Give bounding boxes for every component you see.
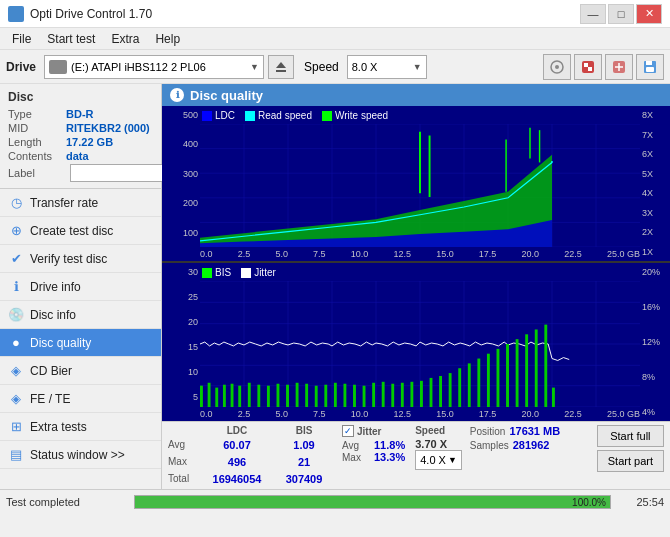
sidebar-item-extra-tests[interactable]: ⊞ Extra tests — [0, 413, 161, 441]
svg-point-3 — [555, 65, 559, 69]
toolbar-icon-2[interactable] — [574, 54, 602, 80]
svg-rect-78 — [449, 373, 452, 407]
speed-dropdown-arrow: ▼ — [413, 62, 422, 72]
ldc-max: 496 — [201, 454, 273, 470]
svg-rect-70 — [372, 383, 375, 407]
drive-selector[interactable]: (E:) ATAPI iHBS112 2 PL06 ▼ — [44, 55, 264, 79]
ldc-avg: 60.07 — [201, 437, 273, 453]
toolbar: Drive (E:) ATAPI iHBS112 2 PL06 ▼ Speed … — [0, 50, 670, 84]
svg-rect-57 — [248, 383, 251, 407]
position-label: Position — [470, 426, 506, 437]
minimize-button[interactable]: — — [580, 4, 606, 24]
start-full-button[interactable]: Start full — [597, 425, 664, 447]
bottom-chart-y-axis: 30 25 20 15 10 5 — [162, 263, 200, 421]
svg-rect-56 — [238, 386, 241, 407]
svg-rect-5 — [584, 63, 588, 67]
disc-type-row: Type BD-R — [8, 108, 153, 120]
start-part-button[interactable]: Start part — [597, 450, 664, 472]
progress-bar-fill — [135, 496, 610, 508]
svg-rect-64 — [315, 386, 318, 407]
svg-rect-66 — [334, 383, 337, 407]
svg-rect-69 — [363, 386, 366, 407]
svg-rect-62 — [296, 383, 299, 407]
svg-rect-81 — [477, 359, 480, 407]
maximize-button[interactable]: □ — [608, 4, 634, 24]
disc-info-panel: Disc Type BD-R MID RITEKBR2 (000) Length… — [0, 84, 161, 189]
sidebar-item-transfer-rate[interactable]: ◷ Transfer rate — [0, 189, 161, 217]
top-chart-y-axis: 500 400 300 200 100 — [162, 106, 200, 261]
menu-extra[interactable]: Extra — [103, 30, 147, 48]
drive-info-icon: ℹ — [8, 279, 24, 295]
extra-tests-label: Extra tests — [30, 420, 87, 434]
disc-mid-row: MID RITEKBR2 (000) — [8, 122, 153, 134]
create-test-disc-label: Create test disc — [30, 224, 113, 238]
sidebar-item-verify-test-disc[interactable]: ✔ Verify test disc — [0, 245, 161, 273]
svg-rect-72 — [391, 384, 394, 407]
create-test-disc-icon: ⊕ — [8, 223, 24, 239]
bottom-chart-x-axis: 0.0 2.5 5.0 7.5 10.0 12.5 15.0 17.5 20.0… — [200, 409, 640, 419]
charts-container: LDC Read speed Write speed 500 400 30 — [162, 106, 670, 421]
disc-info-icon: 💿 — [8, 307, 24, 323]
bis-total: 307409 — [274, 471, 334, 487]
progress-bar-container: 100.0% — [134, 495, 611, 509]
menu-start-test[interactable]: Start test — [39, 30, 103, 48]
samples-label: Samples — [470, 440, 509, 451]
svg-rect-51 — [200, 386, 203, 407]
disc-mid-key: MID — [8, 122, 66, 134]
sidebar-item-fe-te[interactable]: ◈ FE / TE — [0, 385, 161, 413]
status-text: Test completed — [6, 496, 126, 508]
svg-rect-12 — [646, 67, 654, 72]
legend-bis-color — [202, 268, 212, 278]
window-title: Opti Drive Control 1.70 — [30, 7, 152, 21]
drive-icon — [49, 60, 67, 74]
y-label-200: 200 — [164, 198, 198, 208]
legend-ldc-label: LDC — [215, 110, 235, 121]
close-button[interactable]: ✕ — [636, 4, 662, 24]
sidebar-item-disc-quality[interactable]: ● Disc quality — [0, 329, 161, 357]
legend-write-speed-color — [322, 111, 332, 121]
menu-help[interactable]: Help — [147, 30, 188, 48]
speed-stats: Speed 3.70 X 4.0 X ▼ — [415, 425, 462, 470]
sidebar: Disc Type BD-R MID RITEKBR2 (000) Length… — [0, 84, 162, 489]
transfer-rate-icon: ◷ — [8, 195, 24, 211]
legend-jitter: Jitter — [241, 267, 276, 278]
sidebar-item-disc-info[interactable]: 💿 Disc info — [0, 301, 161, 329]
sidebar-item-create-test-disc[interactable]: ⊕ Create test disc — [0, 217, 161, 245]
toolbar-icon-save[interactable] — [636, 54, 664, 80]
toolbar-icon-1[interactable] — [543, 54, 571, 80]
svg-rect-79 — [458, 368, 461, 407]
y-right-3x: 3X — [642, 208, 668, 218]
fe-te-icon: ◈ — [8, 391, 24, 407]
sidebar-item-drive-info[interactable]: ℹ Drive info — [0, 273, 161, 301]
cd-bier-icon: ◈ — [8, 363, 24, 379]
disc-quality-icon: ● — [8, 335, 24, 351]
drive-value: (E:) ATAPI iHBS112 2 PL06 — [71, 61, 246, 73]
ldc-header: LDC — [201, 425, 273, 436]
top-chart-svg — [200, 124, 640, 247]
sidebar-item-status-window[interactable]: ▤ Status window >> — [0, 441, 161, 469]
disc-label-key: Label — [8, 167, 66, 179]
y-right-2x: 2X — [642, 227, 668, 237]
speed-dropdown[interactable]: 4.0 X ▼ — [415, 450, 462, 470]
jitter-checkbox[interactable]: ✓ — [342, 425, 354, 437]
svg-rect-52 — [208, 383, 211, 407]
sidebar-item-cd-bier[interactable]: ◈ CD Bier — [0, 357, 161, 385]
total-label: Total — [168, 471, 200, 487]
disc-type-val: BD-R — [66, 108, 94, 120]
toolbar-icon-3[interactable] — [605, 54, 633, 80]
speed-label: Speed — [304, 60, 339, 74]
menu-file[interactable]: File — [4, 30, 39, 48]
chart-header-icon: ℹ — [170, 88, 184, 102]
drive-info-label: Drive info — [30, 280, 81, 294]
speed-selector[interactable]: 8.0 X ▼ — [347, 55, 427, 79]
svg-rect-67 — [343, 384, 346, 407]
bottom-chart-y-axis-right: 20% 16% 12% 8% 4% — [640, 263, 670, 421]
disc-mid-val: RITEKBR2 (000) — [66, 122, 150, 134]
eject-button[interactable] — [268, 55, 294, 79]
svg-rect-77 — [439, 376, 442, 407]
svg-rect-68 — [353, 385, 356, 407]
disc-contents-row: Contents data — [8, 150, 153, 162]
verify-test-disc-icon: ✔ — [8, 251, 24, 267]
svg-rect-53 — [215, 388, 218, 407]
disc-info-label: Disc info — [30, 308, 76, 322]
